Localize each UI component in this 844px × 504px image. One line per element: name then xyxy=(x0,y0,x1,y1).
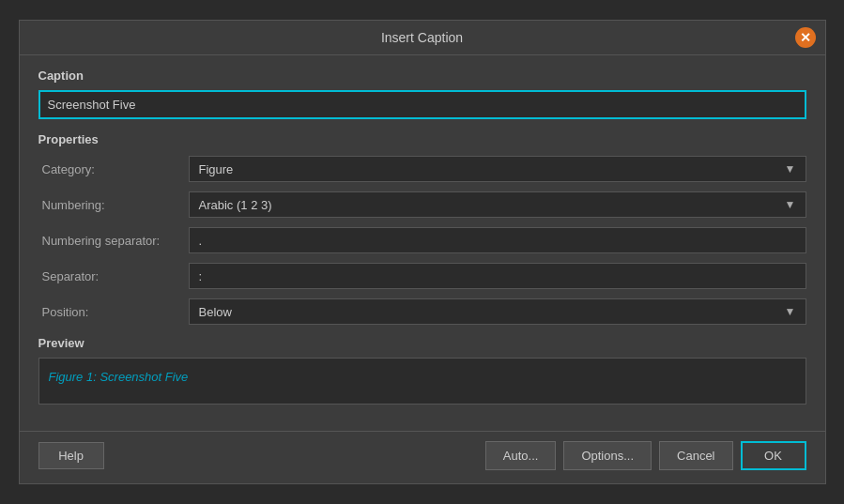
ok-button[interactable]: OK xyxy=(741,441,806,470)
properties-section: Properties Category: Figure ▼ Numbering:… xyxy=(38,132,806,327)
position-row: Position: Below ▼ xyxy=(38,297,806,327)
footer-left: Help xyxy=(38,442,478,469)
dialog-title: Insert Caption xyxy=(381,30,463,45)
separator-value: : xyxy=(189,263,806,289)
numbering-separator-value: . xyxy=(189,227,806,253)
numbering-separator-row: Numbering separator: . xyxy=(38,225,806,255)
category-value: Figure xyxy=(199,162,234,176)
help-button[interactable]: Help xyxy=(38,442,104,469)
separator-label: Separator: xyxy=(38,269,189,283)
footer-right: Auto... Options... Cancel OK xyxy=(485,441,806,470)
overlay: Insert Caption ✕ Caption Properties Cate… xyxy=(0,0,844,504)
cancel-button[interactable]: Cancel xyxy=(659,441,732,470)
numbering-dropdown-arrow: ▼ xyxy=(785,198,796,211)
numbering-row: Numbering: Arabic (1 2 3) ▼ xyxy=(38,190,806,220)
auto-button[interactable]: Auto... xyxy=(485,441,557,470)
dialog-body: Caption Properties Category: Figure ▼ Nu… xyxy=(20,55,825,431)
category-row: Category: Figure ▼ xyxy=(38,154,806,184)
dialog-footer: Help Auto... Options... Cancel OK xyxy=(20,431,825,483)
category-dropdown-arrow: ▼ xyxy=(785,162,796,176)
preview-text: Figure 1: Screenshot Five xyxy=(49,370,189,384)
close-button[interactable]: ✕ xyxy=(795,27,816,48)
caption-input[interactable] xyxy=(38,90,806,119)
caption-label: Caption xyxy=(38,69,806,83)
position-value: Below xyxy=(199,305,232,319)
separator-row: Separator: : xyxy=(38,261,806,291)
options-button[interactable]: Options... xyxy=(563,441,652,470)
numbering-label: Numbering: xyxy=(38,198,189,212)
position-label: Position: xyxy=(38,305,189,319)
position-dropdown-arrow: ▼ xyxy=(785,305,796,318)
dialog-titlebar: Insert Caption ✕ xyxy=(20,21,825,55)
numbering-select[interactable]: Arabic (1 2 3) ▼ xyxy=(189,191,806,218)
category-select[interactable]: Figure ▼ xyxy=(189,156,806,182)
category-label: Category: xyxy=(38,162,189,176)
insert-caption-dialog: Insert Caption ✕ Caption Properties Cate… xyxy=(19,20,826,484)
numbering-value: Arabic (1 2 3) xyxy=(199,198,272,212)
numbering-separator-label: Numbering separator: xyxy=(38,234,189,248)
properties-label: Properties xyxy=(38,132,806,146)
preview-section: Preview Figure 1: Screenshot Five xyxy=(38,336,806,405)
preview-box: Figure 1: Screenshot Five xyxy=(38,358,806,405)
preview-label: Preview xyxy=(38,336,806,350)
position-select[interactable]: Below ▼ xyxy=(189,298,806,325)
